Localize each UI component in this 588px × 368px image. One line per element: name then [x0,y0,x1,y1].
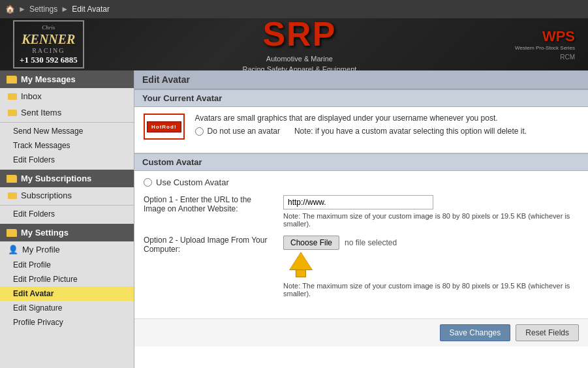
sidebar-item-edit-folders-subs[interactable]: Edit Folders [0,207,134,221]
content-header: Edit Avatar [134,70,588,89]
save-changes-button[interactable]: Save Changes [440,324,511,341]
action-bar: Save Changes Reset Fields [134,318,588,346]
kenner-name: KENNER [20,31,78,47]
nav-separator: ► [18,5,26,14]
url-input[interactable] [283,195,433,209]
sidebar-messages-header: My Messages [0,70,134,88]
avatar-badge-text: HotRod! [151,124,177,130]
sidebar-settings-header: My Settings [0,224,134,241]
sidebar-item-edit-profile-picture[interactable]: Edit Profile Picture [0,272,134,286]
sidebar-item-track-messages[interactable]: Track Messages [0,138,134,153]
srp-subtitle: Automotive & Marine Racing Safety Appare… [97,54,502,71]
choose-file-button[interactable]: Choose File [283,236,339,250]
rcm-text: RCM [515,54,575,61]
use-custom-radio[interactable] [144,178,152,187]
option1-label: Option 1 - Enter the URL to the Image on… [144,195,274,213]
sent-label: Sent Items [21,108,61,117]
no-avatar-radio[interactable] [195,127,204,136]
custom-avatar-body: Use Custom Avatar Option 1 - Enter the U… [134,171,588,312]
avatar-description: Avatars are small graphics that are disp… [195,114,579,123]
banner-logo-srp: SRP Automotive & Marine Racing Safety Ap… [97,18,502,70]
no-file-label: no file selected [345,238,397,247]
use-custom-label: Use Custom Avatar [156,177,229,187]
kenner-phone: +1 530 592 6885 [20,55,78,65]
srp-line2: Racing Safety Apparel & Equipment [97,64,502,70]
reset-fields-button[interactable]: Reset Fields [516,324,579,341]
sidebar-item-my-profile[interactable]: 👤 My Profile [0,241,134,258]
messages-header-label: My Messages [21,74,76,84]
option1-row: Option 1 - Enter the URL to the Image on… [144,195,579,228]
current-avatar-section-bar: Your Current Avatar [134,89,588,107]
srp-line1: Automotive & Marine [97,54,502,65]
settings-folder-icon [7,229,17,237]
option1-control: Note: The maximum size of your custom im… [283,195,579,228]
current-avatar-body: HotRod! Avatars are small graphics that … [134,107,588,153]
sidebar-item-send-message[interactable]: Send New Message [0,124,134,138]
sidebar-subscriptions-header: My Subscriptions [0,170,134,187]
home-icon[interactable]: 🏠 [5,5,15,14]
option1-note: Note: The maximum size of your custom im… [283,212,579,228]
messages-folder-icon [7,76,17,84]
sidebar: My Messages Inbox Sent Items Send New Me… [0,70,134,368]
custom-avatar-label: Custom Avatar [142,157,202,167]
content-title: Edit Avatar [142,74,190,85]
wps-subtitle: Western Pro-Stock Series [515,45,575,52]
subscriptions-label: Subscriptions [21,191,72,200]
file-row: Choose File no file selected [283,236,579,250]
sidebar-item-profile-privacy[interactable]: Profile Privacy [0,315,134,330]
nav-parent[interactable]: Settings [29,5,57,14]
person-icon: 👤 [8,245,18,254]
sidebar-item-inbox[interactable]: Inbox [0,88,134,104]
inbox-label: Inbox [21,91,42,101]
subscriptions-sub-folder-icon [8,192,17,199]
option2-note: Note: The maximum size of your custom im… [283,282,579,298]
sidebar-item-edit-avatar[interactable]: Edit Avatar [0,286,134,301]
sidebar-item-edit-signature[interactable]: Edit Signature [0,301,134,315]
subscriptions-header-label: My Subscriptions [21,174,91,183]
banner-logo-kenner: Chris KENNER RACING +1 530 592 6885 [13,20,84,69]
content-area: Edit Avatar Your Current Avatar HotRod! … [134,70,588,368]
option2-label: Option 2 - Upload Image From Your Comput… [144,236,274,254]
avatar-display: HotRod! Avatars are small graphics that … [144,114,579,140]
sidebar-item-edit-profile[interactable]: Edit Profile [0,258,134,272]
use-custom-row: Use Custom Avatar [144,177,579,187]
sidebar-item-sent[interactable]: Sent Items [0,104,134,121]
nav-current: Edit Avatar [72,5,110,14]
avatar-image-box: HotRod! [144,114,185,140]
my-profile-label: My Profile [22,245,60,254]
no-avatar-row: Do not use an avatar Note: if you have a… [195,127,579,136]
main-layout: My Messages Inbox Sent Items Send New Me… [0,70,588,368]
subscriptions-folder-icon [7,175,17,183]
option2-row: Option 2 - Upload Image From Your Comput… [144,236,579,298]
current-avatar-label: Your Current Avatar [142,93,222,103]
avatar-text: Avatars are small graphics that are disp… [195,114,579,137]
arrow-up-icon [290,253,312,269]
settings-header-label: My Settings [21,228,69,238]
no-avatar-label: Do not use an avatar [208,127,280,136]
sent-folder-icon [8,110,17,116]
srp-text: SRP [97,18,502,54]
kenner-racing: RACING [20,47,78,55]
banner-logo-wps: WPS Western Pro-Stock Series RCM [515,28,575,60]
sidebar-item-edit-folders-messages[interactable]: Edit Folders [0,153,134,167]
option2-control: Choose File no file selected Note: The m… [283,236,579,298]
arrow-stem [296,269,306,277]
banner: Chris KENNER RACING +1 530 592 6885 SRP … [0,18,588,70]
wps-text: WPS [515,28,575,45]
inbox-folder-icon [8,93,17,100]
nav-separator2: ► [61,5,69,14]
top-nav-bar: 🏠 ► Settings ► Edit Avatar [0,0,588,18]
sidebar-item-subscriptions[interactable]: Subscriptions [0,187,134,204]
no-avatar-note: Note: if you have a custom avatar select… [294,127,527,136]
custom-avatar-section-bar: Custom Avatar [134,153,588,171]
